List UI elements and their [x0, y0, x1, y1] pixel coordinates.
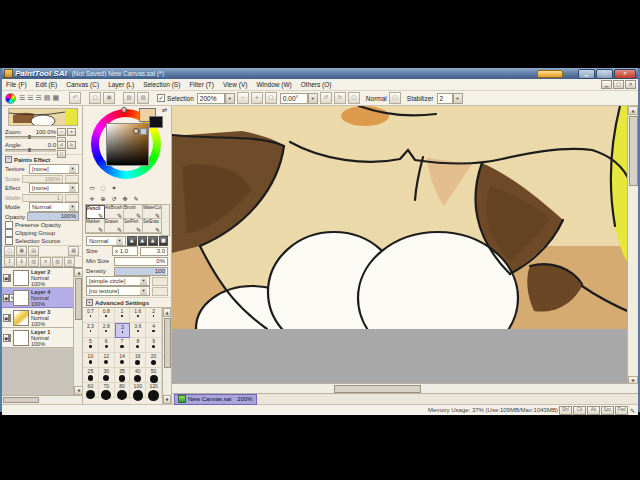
canvas-view[interactable]: ▲ ▼ [172, 106, 638, 383]
brush-size-6[interactable]: 6 [99, 338, 115, 353]
menu-item-layer[interactable]: Layer (L) [108, 81, 134, 88]
brush-size-1.6[interactable]: 1.6 [130, 308, 146, 323]
maximize-button[interactable]: ▢ [596, 69, 613, 79]
tool-watercol[interactable]: WaterCol✎ [143, 205, 162, 219]
panel-toggle-icon[interactable]: ☰ [19, 94, 25, 102]
nav-angle-reset-button[interactable]: ▢ [57, 150, 66, 158]
lock-layer-button[interactable]: ▥ [52, 257, 63, 267]
tool-mode-button[interactable]: ▢ [389, 92, 401, 104]
panel-toggle-icon[interactable]: ▦ [52, 94, 59, 102]
transfer-down-button[interactable]: ↧ [4, 257, 15, 267]
brush-size-30[interactable]: 30 [99, 368, 115, 383]
scroll-up-icon[interactable]: ▲ [74, 268, 82, 277]
checkbox-clipping-group[interactable]: Clipping Group [2, 229, 82, 237]
collapse-icon[interactable]: − [5, 156, 12, 163]
undo-button[interactable]: ↶ [69, 92, 81, 104]
tool-brush[interactable]: Brush✎ [124, 205, 143, 219]
brush-size-120[interactable]: 120 [146, 383, 162, 398]
select-none-button[interactable]: ▢ [89, 92, 101, 104]
effect-dropdown[interactable]: [none]▼ [29, 183, 79, 193]
angle-reset-button[interactable]: ▢ [348, 92, 360, 104]
brush-size-5[interactable]: 5 [83, 338, 99, 353]
brush-size-10[interactable]: 10 [83, 353, 99, 368]
brush-size-14[interactable]: 14 [115, 353, 131, 368]
decrement-select-button[interactable]: ▨ [137, 92, 149, 104]
increment-select-button[interactable]: ▧ [123, 92, 135, 104]
layer-row-layer-4[interactable]: ◉✎Layer 4Normal100% [2, 288, 73, 308]
brush-size-0.8[interactable]: 0.8 [99, 308, 115, 323]
size-grid-scrollbar[interactable]: ▲ ▼ [162, 308, 171, 404]
zoom-reset-button[interactable]: ▢ [265, 92, 277, 104]
brush-tip-dropdown[interactable]: [simple circle]▼ [86, 276, 150, 286]
scroll-up-icon[interactable]: ▲ [163, 308, 171, 317]
layer-row-layer-3[interactable]: ◉Layer 3Normal100% [2, 308, 73, 328]
rotate-ccw-button[interactable]: ↺ [320, 92, 332, 104]
advanced-settings-header[interactable]: + Advanced Settings [83, 297, 171, 307]
panel-toggle-icon[interactable]: ☱ [27, 94, 33, 102]
transparent-color-swatch[interactable] [140, 128, 147, 135]
nav-rotate-cw-button[interactable]: ↻ [67, 141, 76, 149]
brush-size-9[interactable]: 9 [146, 338, 162, 353]
layer-paint-checkbox[interactable] [9, 274, 11, 282]
mdi-restore-button[interactable]: ▢ [613, 80, 624, 89]
canvas-vertical-scrollbar[interactable]: ▲ ▼ [627, 106, 638, 383]
document-tab[interactable]: New Canvas.sai 200% [174, 394, 257, 405]
nav-zoom-slider[interactable] [5, 136, 56, 139]
clear-layer-button[interactable]: ▧ [28, 257, 39, 267]
layer-mask-button[interactable]: ▨ [64, 257, 75, 267]
brush-size-35[interactable]: 35 [115, 368, 131, 383]
size-unit-dropdown[interactable]: x 1.0 [112, 246, 138, 256]
brush-size-20[interactable]: 20 [146, 353, 162, 368]
zoom-in-button[interactable]: + [251, 92, 263, 104]
checkbox-preserve-opacity[interactable]: Preserve Opacity [2, 221, 82, 229]
brush-size-7[interactable]: 7 [115, 338, 131, 353]
new-layer-folder-button[interactable]: ▤ [28, 246, 39, 256]
menu-item-view[interactable]: View (V) [223, 81, 247, 88]
zoom-dropdown-icon[interactable]: ▼ [225, 93, 235, 104]
brush-size-3[interactable]: 3 [115, 323, 131, 338]
brush-size-2.8[interactable]: 2.8 [99, 323, 115, 338]
rotate-cw-button[interactable]: ↻ [334, 92, 346, 104]
delete-layer-button[interactable]: ✕ [40, 257, 51, 267]
brush-size-50[interactable]: 50 [146, 368, 162, 383]
tool-seleras[interactable]: SelEras✎ [143, 219, 162, 233]
merge-down-button[interactable]: ↨ [16, 257, 27, 267]
checkbox-selection-source[interactable]: Selection Source [2, 237, 82, 245]
rect-select-icon[interactable]: ▭ [87, 183, 97, 192]
size-slider[interactable]: 3.0 [140, 247, 168, 256]
layer-row-layer-1[interactable]: ◉Layer 1Normal100% [2, 328, 73, 348]
mdi-close-button[interactable]: ✕ [625, 80, 636, 89]
sv-cursor[interactable] [133, 128, 139, 134]
color-wheel-toggle-icon[interactable] [5, 93, 16, 104]
expand-icon[interactable]: + [86, 299, 93, 306]
hand-tool-icon[interactable]: ✥ [120, 194, 130, 203]
brush-size-16[interactable]: 16 [130, 353, 146, 368]
select-invert-button[interactable]: ▣ [103, 92, 115, 104]
hue-cursor[interactable] [121, 107, 127, 113]
canvas-angle-field[interactable]: 0.00° [280, 93, 308, 104]
move-tool-icon[interactable]: ✛ [87, 194, 97, 203]
scroll-up-icon[interactable]: ▲ [628, 106, 638, 115]
nav-zoom-in-button[interactable]: + [67, 128, 76, 136]
scroll-down-icon[interactable]: ▼ [74, 386, 82, 395]
brush-size-70[interactable]: 70 [99, 383, 115, 398]
tool-marker[interactable]: Marker✎ [86, 219, 105, 233]
layer-mode-dropdown[interactable]: Normal▼ [29, 202, 79, 212]
tool-pencil[interactable]: Pencil✎ [86, 205, 105, 219]
lasso-icon[interactable]: ◌ [98, 183, 108, 192]
layer-panel-option-button[interactable]: ▦ [68, 246, 79, 256]
swap-colors-icon[interactable]: ⇄ [162, 106, 167, 113]
menu-item-selection[interactable]: Selection (S) [143, 81, 180, 88]
brush-blend-dropdown[interactable]: Normal▼ [86, 236, 126, 246]
tool-selpen[interactable]: SelPen✎ [124, 219, 143, 233]
brush-size-0.7[interactable]: 0.7 [83, 308, 99, 323]
layer-list-scrollbar[interactable]: ▲ ▼ [73, 268, 82, 395]
eyedropper-icon[interactable]: ✎ [131, 194, 141, 203]
canvas-zoom-field[interactable]: 200% [197, 93, 225, 104]
menu-item-edit[interactable]: Edit (E) [36, 81, 58, 88]
brush-size-80[interactable]: 80 [115, 383, 131, 398]
stabilizer-value[interactable]: 2 [437, 93, 453, 104]
selection-checkbox[interactable]: ✓ Selection [157, 94, 194, 102]
layer-paint-checkbox[interactable] [9, 334, 11, 342]
canvas-artwork[interactable] [172, 106, 634, 329]
